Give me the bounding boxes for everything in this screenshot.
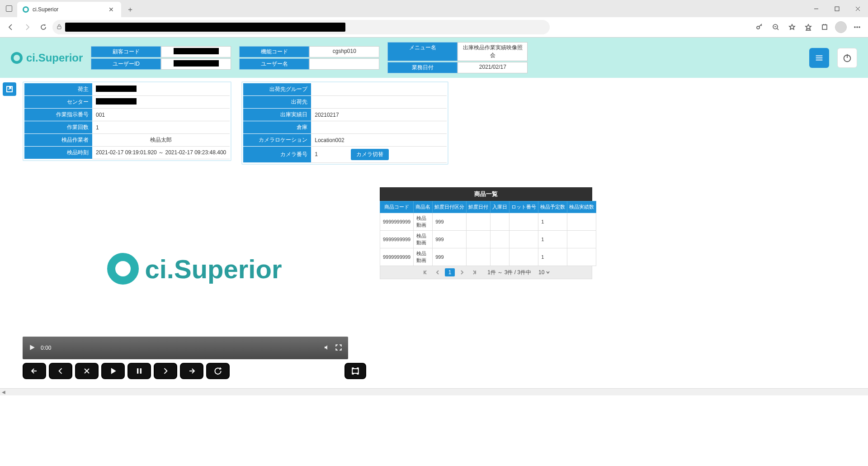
logout-button[interactable] <box>837 48 857 68</box>
customer-code-label: 顧客コード <box>91 46 161 57</box>
rewind-button[interactable] <box>49 363 72 379</box>
menu-button[interactable] <box>809 48 829 68</box>
cell-fresh_type: 999 <box>433 213 467 231</box>
lock-icon <box>56 24 62 31</box>
warehouse-value <box>311 121 447 134</box>
header-info-block-1: 顧客コード ユーザーID <box>91 46 231 70</box>
svg-marker-32 <box>111 368 116 374</box>
address-bar[interactable] <box>52 20 550 34</box>
menu-name-label: メニュー名 <box>387 42 458 61</box>
maximize-button[interactable] <box>826 0 847 17</box>
pager-prev-button[interactable] <box>433 268 442 277</box>
cell-fresh_type: 999 <box>433 231 467 248</box>
prev-clip-button[interactable] <box>23 363 46 379</box>
cell-actual_qty <box>567 231 596 248</box>
svg-marker-12 <box>806 24 811 29</box>
scroll-left-icon[interactable]: ◀ <box>0 390 7 395</box>
user-id-value <box>161 58 231 70</box>
warehouse-label: 倉庫 <box>243 121 311 134</box>
cell-fresh_date <box>467 248 491 266</box>
col-code: 商品コード <box>380 201 414 213</box>
svg-rect-4 <box>57 26 61 29</box>
video-logo-text: ci.Superior <box>145 254 282 284</box>
cell-code: 9999999999 <box>380 213 414 231</box>
center-value <box>92 96 230 109</box>
fullscreen-bar-icon[interactable] <box>335 344 342 352</box>
pager-next-button[interactable] <box>458 268 467 277</box>
favorite-icon[interactable] <box>785 20 799 34</box>
back-button[interactable] <box>4 20 18 34</box>
svg-rect-36 <box>352 369 358 373</box>
app-logo: ci.Superior <box>11 52 83 64</box>
cell-name: 検品動画 <box>414 231 433 248</box>
pager-last-button[interactable] <box>469 268 478 277</box>
video-time: 0:00 <box>41 345 51 351</box>
svg-rect-34 <box>140 368 142 374</box>
play-button[interactable] <box>101 363 125 379</box>
ship-group-value <box>311 83 447 96</box>
cell-in_date <box>491 213 509 231</box>
owner-value <box>92 83 230 96</box>
page-size-select[interactable]: 10 <box>538 269 551 276</box>
cam-loc-value: Location002 <box>311 134 447 147</box>
collections-icon[interactable] <box>817 20 832 34</box>
pager-first-button[interactable] <box>421 268 430 277</box>
profile-button[interactable] <box>834 20 848 34</box>
avatar-icon <box>835 21 847 33</box>
video-progress-bar[interactable]: 0:00 <box>23 337 348 359</box>
more-button[interactable] <box>850 20 864 34</box>
business-date-value: 2021/02/17 <box>458 62 528 73</box>
product-list-title: 商品一覧 <box>380 187 592 201</box>
close-window-button[interactable] <box>847 0 868 17</box>
header-info-block-3: メニュー名 出庫検品作業実績映像照会 業務日付 2021/02/17 <box>387 42 528 73</box>
col-lot: ロット番号 <box>509 201 538 213</box>
key-icon[interactable] <box>752 20 767 34</box>
pager-current[interactable]: 1 <box>445 268 455 276</box>
header-info-block-2: 機能コード cgshp010 ユーザー名 <box>239 46 379 70</box>
minimize-button[interactable] <box>806 0 826 17</box>
horizontal-scrollbar[interactable]: ◀ <box>0 388 868 395</box>
fullscreen-button[interactable] <box>344 363 366 379</box>
cell-plan_qty: 1 <box>538 213 567 231</box>
svg-marker-28 <box>325 345 327 350</box>
table-row[interactable]: 9999999999検品動画9991 <box>380 231 596 248</box>
table-row[interactable]: 9999999999検品動画9991 <box>380 213 596 231</box>
forward-button[interactable] <box>20 20 34 34</box>
url-text <box>65 23 345 32</box>
video-play-icon[interactable] <box>29 344 35 352</box>
close-tab-icon[interactable]: ✕ <box>107 6 116 13</box>
forward-button-media[interactable] <box>154 363 177 379</box>
tab-title: ci.Superior <box>33 6 103 13</box>
stop-button[interactable] <box>75 363 99 379</box>
pause-button[interactable] <box>127 363 151 379</box>
refresh-button[interactable] <box>36 20 51 34</box>
work-count-label: 作業回数 <box>24 121 92 134</box>
product-list-panel: 商品一覧 商品コード 商品名 鮮度日付区分 鮮度日付 入庫日 ロット番号 検品予… <box>380 187 592 379</box>
ship-date-value: 20210217 <box>311 109 447 121</box>
video-canvas[interactable]: ci.Superior <box>32 174 357 337</box>
favorites-bar-icon[interactable] <box>801 20 816 34</box>
ship-group-label: 出荷先グループ <box>243 83 311 96</box>
title-bar: ci.Superior ✕ ＋ <box>0 0 868 17</box>
table-row[interactable]: 9999999999検品動画9991 <box>380 248 596 266</box>
video-area: ci.Superior 0:00 <box>23 174 366 379</box>
browser-chrome: ci.Superior ✕ ＋ <box>0 0 868 38</box>
zoom-icon[interactable] <box>769 20 783 34</box>
work-count-value: 1 <box>92 121 230 134</box>
popout-button[interactable] <box>3 82 16 96</box>
browser-tab[interactable]: ci.Superior ✕ <box>17 2 121 17</box>
function-code-label: 機能コード <box>239 46 309 57</box>
cell-actual_qty <box>567 213 596 231</box>
next-clip-button[interactable] <box>180 363 203 379</box>
col-plan-qty: 検品予定数 <box>538 201 567 213</box>
camera-switch-button[interactable]: カメラ切替 <box>351 149 389 160</box>
function-code-value: cgshp010 <box>309 46 379 57</box>
business-date-label: 業務日付 <box>387 62 458 73</box>
volume-icon[interactable] <box>324 344 330 352</box>
svg-line-9 <box>777 29 778 30</box>
new-tab-button[interactable]: ＋ <box>124 3 137 16</box>
cell-in_date <box>491 248 509 266</box>
reload-button[interactable] <box>206 363 230 379</box>
cell-fresh_date <box>467 231 491 248</box>
cell-plan_qty: 1 <box>538 231 567 248</box>
